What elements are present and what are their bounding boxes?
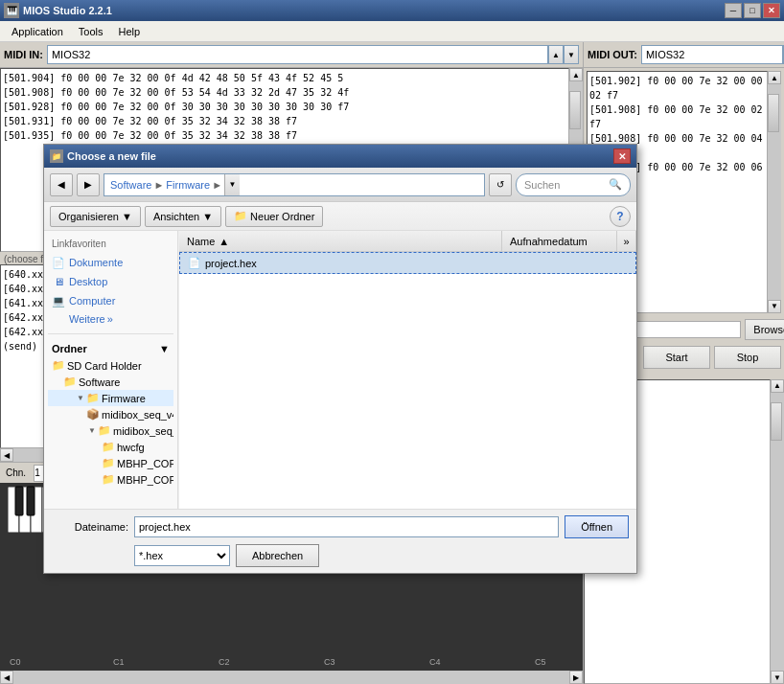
scroll-up-arrow[interactable]: ▲ [569,68,583,81]
forward-button[interactable]: ▶ [77,173,100,196]
right-scroll-up[interactable]: ▲ [768,71,781,84]
browse-button[interactable]: Browse [745,319,784,340]
piano-c4: C4 [429,657,441,667]
window-controls: ─ □ ✕ [725,3,780,18]
dialog-title-bar: 📁 Choose a new file ✕ [44,145,636,168]
zip-label: midibox_seq_v4_059.zip [102,409,173,421]
sidebar-item-desktop[interactable]: 🖥 Desktop [48,272,173,291]
menu-application[interactable]: Application [4,24,71,39]
open-button[interactable]: Öffnen [565,515,629,538]
zip-icon: 📦 [86,408,100,421]
file-filter-select[interactable]: *.hex [134,545,230,566]
path-segment-firmware[interactable]: Firmware [166,179,210,191]
path-dropdown[interactable]: ▼ [224,174,240,195]
hwcfg-icon: 📁 [102,441,115,453]
sidebar-more-link[interactable]: Weitere » [48,310,173,328]
software-label: Software [79,376,120,388]
lpc17-label: MBHP_CORE_LPC17 [117,458,173,469]
close-button[interactable]: ✕ [763,3,780,18]
right-scroll-track[interactable] [768,84,781,300]
midi-in-scroll-up[interactable]: ▲ [548,45,564,64]
right-scroll-thumb[interactable] [768,94,779,132]
filename-row: Dateiname: Öffnen [52,515,629,538]
midi-in-scroll-down[interactable]: ▼ [564,45,579,64]
col-name[interactable]: Name ▲ [179,231,502,251]
mehr-label: Weitere [69,313,105,325]
filter-row: *.hex Abbrechen [52,544,629,567]
folder-tree: 📁 SD Card Holder 📁 Software ▼ 📁 Firmware… [48,357,173,488]
scroll-left-arrow[interactable]: ◀ [0,448,13,462]
organize-button[interactable]: Organisieren ▼ [50,206,141,227]
right-lower-scrollbar: ▲ ▼ [771,379,784,685]
filename-input[interactable] [134,516,559,537]
col-name-label: Name [187,236,215,247]
help-button[interactable]: ? [610,206,631,227]
dialog-close-button[interactable]: ✕ [613,148,631,164]
r-lower-thumb[interactable] [771,402,782,441]
scroll-thumb[interactable] [569,91,581,129]
maximize-button[interactable]: □ [744,3,761,18]
computer-icon: 💻 [52,294,65,308]
tree-item-firmware[interactable]: ▼ 📁 Firmware [48,390,173,406]
path-bar[interactable]: Software ► Firmware ► ▼ [104,173,485,196]
new-folder-button[interactable]: 📁 Neuer Ordner [225,206,323,227]
search-box[interactable]: Suchen 🔍 [516,173,631,196]
piano-scroll-right[interactable]: ▶ [569,671,583,684]
stm32-label: MBHP_CORE_STM32 [117,474,173,486]
midi-in-label: MIDI IN: [4,49,43,60]
piano-scroll-left[interactable]: ◀ [0,671,13,684]
col-expand[interactable]: » [617,231,636,251]
file-item-project-hex[interactable]: 📄 project.hex [179,252,636,274]
refresh-button[interactable]: ↺ [489,173,512,196]
desktop-icon: 🖥 [52,275,65,288]
sidebar-item-computer[interactable]: 💻 Computer [48,291,173,310]
right-log-scrollbar: ▲ ▼ [768,71,781,313]
firmware-folder-icon: 📁 [86,392,100,404]
piano-h-track[interactable] [13,671,569,684]
stop-button[interactable]: Stop [714,346,781,369]
right-log-line: [501.908] f0 00 00 7e 32 00 02 f7 [589,103,765,131]
back-button[interactable]: ◀ [50,173,73,196]
tree-item-software[interactable]: 📁 Software [48,374,173,390]
tree-item-sdcard[interactable]: 📁 SD Card Holder [48,357,173,374]
sidebar-divider [48,333,173,334]
tree-item-seq[interactable]: ▼ 📁 midibox_seq_v4_059 [48,422,173,439]
left-log-line: [501.935] f0 00 00 7e 32 00 0f 35 32 34 … [3,128,566,143]
path-separator: ► [153,179,164,191]
menu-help[interactable]: Help [111,24,149,39]
start-button[interactable]: Start [643,346,710,369]
file-icon: 📄 [188,257,201,269]
piano-c3: C3 [324,657,335,667]
lpc17-icon: 📁 [102,457,115,469]
r-lower-track[interactable] [771,393,784,672]
seq-label: midibox_seq_v4_059 [113,425,173,437]
tree-item-zip[interactable]: 📦 midibox_seq_v4_059.zip [48,406,173,422]
piano-c2: C2 [219,657,230,667]
view-button[interactable]: Ansichten ▼ [145,206,221,227]
sidebar-section-title: Linkfavoriten [48,239,173,249]
r-lower-scroll-up[interactable]: ▲ [771,379,784,393]
midi-in-input[interactable] [47,45,548,64]
sidebar-item-dokumente[interactable]: 📄 Dokumente [48,253,173,272]
r-lower-scroll-down[interactable]: ▼ [771,671,784,684]
col-date-label: Aufnahmedatum [510,236,588,247]
minimize-button[interactable]: ─ [725,3,742,18]
sidebar-desktop-label: Desktop [69,276,107,287]
tree-item-hwcfg[interactable]: 📁 hwcfg [48,439,173,455]
path-segment-label: Software [110,179,151,191]
search-placeholder: Suchen [524,179,560,191]
sdcard-label: SD Card Holder [67,360,142,372]
right-scroll-down[interactable]: ▼ [768,300,781,313]
menu-tools[interactable]: Tools [71,24,111,39]
midi-out-input[interactable] [641,45,783,64]
piano-scrollbar: ◀ ▶ [0,671,583,684]
cancel-button[interactable]: Abbrechen [236,544,319,567]
sidebar-dokumente-label: Dokumente [69,257,123,268]
organize-dropdown-icon: ▼ [122,211,132,222]
tree-item-stm32[interactable]: 📁 MBHP_CORE_STM32 [48,471,173,488]
ordner-header[interactable]: Ordner ▼ [48,340,173,357]
tree-item-lpc17[interactable]: 📁 MBHP_CORE_LPC17 [48,455,173,471]
view-label: Ansichten [153,211,199,222]
path-segment-software[interactable]: Software [110,179,151,191]
col-date[interactable]: Aufnahmedatum [502,231,617,251]
